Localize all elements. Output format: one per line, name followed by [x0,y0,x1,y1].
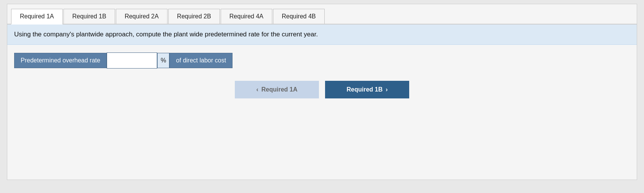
tab-required-4a[interactable]: Required 4A [221,9,272,24]
overhead-rate-row: Predetermined overhead rate % of direct … [14,52,630,69]
form-section: Predetermined overhead rate % of direct … [7,45,637,106]
tab-required-1b[interactable]: Required 1B [63,9,115,24]
tabs-row: Required 1A Required 1B Required 2A Requ… [7,4,637,25]
prev-button[interactable]: ‹ Required 1A [235,81,319,98]
overhead-rate-label: Predetermined overhead rate [14,53,107,68]
of-direct-labor-label: of direct labor cost [169,53,233,68]
tab-required-4b[interactable]: Required 4B [273,9,325,24]
next-button[interactable]: Required 1B › [325,81,409,98]
prev-button-label: Required 1A [262,86,298,93]
instruction-banner: Using the company's plantwide approach, … [7,25,637,45]
prev-chevron-icon: ‹ [256,86,258,93]
tab-required-2b[interactable]: Required 2B [168,9,220,24]
percent-symbol: % [157,53,169,68]
nav-buttons: ‹ Required 1A Required 1B › [14,81,630,98]
tab-required-2a[interactable]: Required 2A [116,9,168,24]
next-chevron-icon: › [385,86,387,93]
next-button-label: Required 1B [346,86,382,93]
tab-required-1a[interactable]: Required 1A [11,9,63,25]
page-wrapper: Required 1A Required 1B Required 2A Requ… [7,4,637,180]
overhead-rate-input-cell [107,52,157,69]
overhead-rate-input[interactable] [107,53,157,68]
instruction-text: Using the company's plantwide approach, … [14,31,318,38]
